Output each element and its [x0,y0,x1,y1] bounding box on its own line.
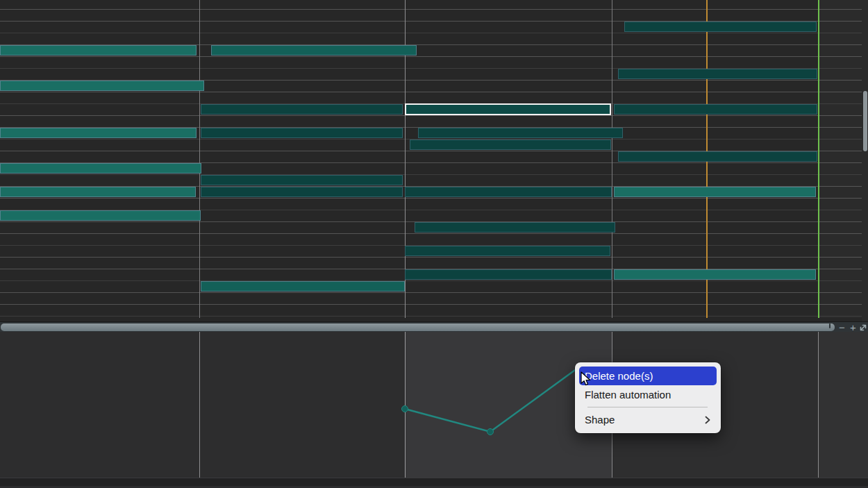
menu-item-label: Shape [585,410,615,429]
row-line [0,33,862,33]
mouse-cursor-icon [581,371,592,389]
loop-end-marker-line[interactable] [818,0,819,318]
grid-line [612,0,612,318]
midi-note[interactable] [614,269,816,280]
row-line [0,92,862,92]
midi-note[interactable] [211,45,417,56]
midi-note[interactable] [614,187,816,197]
midi-note[interactable] [201,187,403,197]
automation-lane[interactable]: PITCH BEND [0,332,868,478]
vertical-scrollbar-track[interactable] [862,0,868,321]
menu-item-flatten-automation[interactable]: Flatten automation [579,385,717,404]
midi-note[interactable] [405,246,610,256]
midi-note[interactable] [405,187,612,197]
row-line [0,316,862,317]
row-line [0,9,862,10]
midi-note[interactable] [418,128,623,138]
row-line [0,56,862,57]
row-line [0,280,862,281]
midi-note[interactable] [410,140,611,150]
midi-note[interactable] [0,187,196,197]
grid-line [199,0,200,318]
offscreen-region-shade [819,0,862,318]
horizontal-scrollbar[interactable]: − + [0,321,868,332]
horizontal-scrollbar-thumb[interactable] [1,323,835,331]
midi-note[interactable] [614,104,817,115]
automation-curve[interactable] [0,332,868,478]
midi-editor-window: − + PITCH BEND Delete node(s)Flatten aut… [0,0,868,488]
row-line [0,304,862,305]
midi-note-selected[interactable] [405,103,611,115]
midi-note[interactable] [201,128,403,138]
menu-item-delete-node-s[interactable]: Delete node(s) [579,367,717,385]
midi-note[interactable] [0,210,201,221]
scrollbar-resize-grip[interactable] [829,323,831,328]
zoom-out-button[interactable]: − [837,322,847,333]
automation-node[interactable] [487,429,494,435]
menu-item-label: Delete node(s) [585,367,653,385]
midi-note[interactable] [201,104,403,115]
menu-item-label: Flatten automation [585,385,671,404]
menu-item-shape[interactable]: Shape [579,410,717,429]
piano-roll-grid[interactable] [0,0,868,321]
vertical-scrollbar-thumb[interactable] [863,91,867,151]
expand-icon[interactable] [858,323,868,333]
midi-note[interactable] [0,163,201,174]
midi-note[interactable] [618,151,817,162]
row-line [0,174,862,175]
automation-node[interactable] [402,406,408,412]
row-line [0,292,862,293]
row-line [0,115,862,116]
row-line [0,198,862,199]
midi-note[interactable] [0,45,197,56]
row-line [0,257,862,258]
chevron-right-icon [704,415,711,425]
midi-note[interactable] [618,69,817,79]
midi-note[interactable] [0,128,197,138]
zoom-in-button[interactable]: + [848,322,858,333]
midi-note[interactable] [624,22,817,32]
row-line [0,233,862,234]
bottom-panel-strip [0,478,868,488]
midi-note[interactable] [201,175,403,185]
midi-note[interactable] [0,81,204,91]
automation-context-menu: Delete node(s)Flatten automationShape [575,362,721,433]
automation-line[interactable] [405,367,580,432]
midi-note[interactable] [415,222,615,233]
midi-note[interactable] [201,281,405,292]
menu-separator [587,407,708,407]
midi-note[interactable] [405,269,612,280]
